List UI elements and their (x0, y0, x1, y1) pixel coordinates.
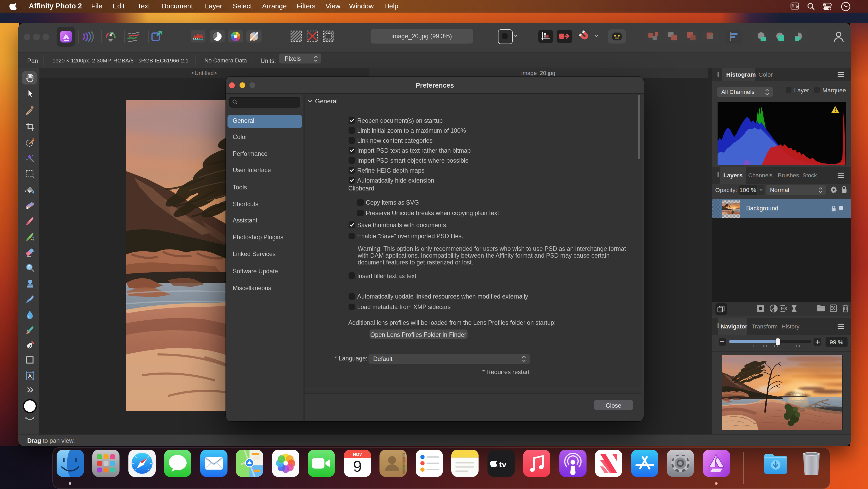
svg-text:FX: FX (780, 305, 787, 311)
svg-text:tv: tv (499, 460, 506, 469)
svg-text:NOV: NOV (353, 452, 362, 457)
svg-text:A: A (28, 373, 32, 379)
svg-text:9: 9 (353, 458, 362, 475)
svg-text:⌘: ⌘ (796, 5, 799, 9)
